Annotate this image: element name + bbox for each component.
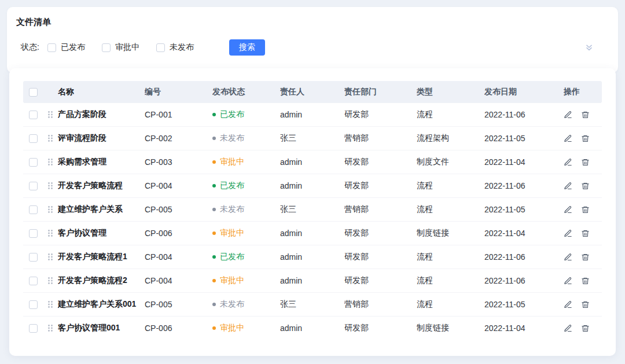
drag-handle-icon[interactable] <box>47 300 54 308</box>
delete-icon[interactable] <box>581 277 590 285</box>
filter-option-label: 审批中 <box>115 42 139 53</box>
status-dot-icon <box>212 208 216 211</box>
drag-handle-icon[interactable] <box>47 205 54 214</box>
drag-handle-icon[interactable] <box>47 111 54 119</box>
owner: admin <box>280 252 344 262</box>
doc-name: 建立维护客户关系 <box>58 204 145 215</box>
row-checkbox[interactable] <box>29 111 38 119</box>
row-checkbox[interactable] <box>29 253 38 262</box>
col-header-type: 类型 <box>417 87 484 97</box>
page-title: 文件清单 <box>16 17 609 28</box>
status-badge: 未发布 <box>212 299 244 310</box>
status-badge: 未发布 <box>212 204 244 215</box>
delete-icon[interactable] <box>581 182 590 190</box>
status-badge: 已发布 <box>212 181 244 191</box>
row-checkbox[interactable] <box>29 300 38 309</box>
status-dot-icon <box>212 303 216 306</box>
delete-icon[interactable] <box>581 253 590 262</box>
delete-icon[interactable] <box>581 205 590 214</box>
delete-icon[interactable] <box>581 134 590 143</box>
filter-card: 文件清单 状态: 已发布 审批中 未发布 搜索 <box>7 7 618 73</box>
edit-icon[interactable] <box>564 324 572 333</box>
table-row: 开发客户策略流程1 CP-004 已发布 admin 研发部 流程 2022-1… <box>23 245 602 269</box>
row-checkbox[interactable] <box>29 182 38 190</box>
owner: admin <box>280 276 344 285</box>
edit-icon[interactable] <box>564 111 572 119</box>
edit-icon[interactable] <box>564 253 572 262</box>
checkbox-icon[interactable] <box>156 43 165 52</box>
col-header-ops: 操作 <box>564 87 602 97</box>
table-row: 开发客户策略流程 CP-004 已发布 admin 研发部 流程 2022-11… <box>23 174 602 198</box>
edit-icon[interactable] <box>564 134 572 143</box>
doc-type: 制度链接 <box>417 228 484 238</box>
edit-icon[interactable] <box>564 158 572 167</box>
owner: admin <box>280 229 344 238</box>
filter-checkbox-approving[interactable]: 审批中 <box>102 42 139 53</box>
checkbox-icon[interactable] <box>47 43 56 52</box>
publish-date: 2022-11-04 <box>484 229 564 238</box>
department: 研发部 <box>344 228 417 238</box>
edit-icon[interactable] <box>564 205 572 214</box>
status-text: 审批中 <box>220 275 244 286</box>
edit-icon[interactable] <box>564 300 572 309</box>
select-all-checkbox[interactable] <box>29 88 38 97</box>
search-button[interactable]: 搜索 <box>229 39 265 56</box>
edit-icon[interactable] <box>564 229 572 238</box>
row-checkbox[interactable] <box>29 158 38 167</box>
owner: 张三 <box>280 299 344 310</box>
table-row: 产品方案阶段 CP-001 已发布 admin 研发部 流程 2022-11-0… <box>23 103 602 127</box>
status-badge: 审批中 <box>212 157 244 167</box>
drag-handle-icon[interactable] <box>47 229 54 237</box>
status-dot-icon <box>212 137 216 140</box>
delete-icon[interactable] <box>581 324 590 333</box>
status-text: 审批中 <box>220 157 244 167</box>
drag-handle-icon[interactable] <box>47 277 54 285</box>
status-text: 审批中 <box>220 323 244 333</box>
status-dot-icon <box>212 160 216 164</box>
delete-icon[interactable] <box>581 111 590 119</box>
row-checkbox[interactable] <box>29 205 38 214</box>
status-dot-icon <box>212 184 216 187</box>
col-header-name: 名称 <box>58 87 145 97</box>
publish-date: 2022-11-06 <box>484 276 564 285</box>
doc-type: 流程 <box>417 299 484 310</box>
delete-icon[interactable] <box>581 158 590 167</box>
filter-option-label: 已发布 <box>61 42 85 53</box>
doc-type: 流程 <box>417 252 484 262</box>
row-checkbox[interactable] <box>29 277 38 285</box>
double-chevron-down-icon[interactable] <box>584 43 594 52</box>
drag-handle-icon[interactable] <box>47 182 54 190</box>
drag-handle-icon[interactable] <box>47 324 54 332</box>
filter-checkbox-unpublished[interactable]: 未发布 <box>156 42 194 53</box>
doc-type: 流程 <box>417 275 484 286</box>
owner: admin <box>280 181 344 190</box>
publish-date: 2022-11-06 <box>484 252 564 262</box>
row-checkbox[interactable] <box>29 324 38 333</box>
status-dot-icon <box>212 255 216 259</box>
col-header-date: 发布日期 <box>484 87 564 97</box>
row-checkbox[interactable] <box>29 229 38 238</box>
table-body: 产品方案阶段 CP-001 已发布 admin 研发部 流程 2022-11-0… <box>23 103 602 340</box>
doc-code: CP-003 <box>145 157 212 167</box>
drag-handle-icon[interactable] <box>47 134 54 142</box>
drag-handle-icon[interactable] <box>47 253 54 261</box>
table-row: 评审流程阶段 CP-002 未发布 张三 营销部 流程架构 2022-11-05 <box>23 127 602 150</box>
doc-type: 制度链接 <box>417 323 484 333</box>
status-text: 未发布 <box>220 133 244 144</box>
doc-code: CP-005 <box>145 300 212 309</box>
edit-icon[interactable] <box>564 277 572 285</box>
department: 研发部 <box>344 181 417 191</box>
doc-code: CP-004 <box>145 181 212 190</box>
delete-icon[interactable] <box>581 300 590 309</box>
checkbox-icon[interactable] <box>102 43 111 52</box>
row-checkbox[interactable] <box>29 134 38 143</box>
col-header-dept: 责任部门 <box>344 87 417 97</box>
table-row: 建立维护客户关系001 CP-005 未发布 张三 营销部 流程 2022-11… <box>23 293 602 317</box>
filter-checkbox-published[interactable]: 已发布 <box>47 42 85 53</box>
status-badge: 已发布 <box>212 109 244 120</box>
publish-date: 2022-11-04 <box>484 157 564 167</box>
drag-handle-icon[interactable] <box>47 158 54 166</box>
status-badge: 未发布 <box>212 133 244 144</box>
edit-icon[interactable] <box>564 182 572 190</box>
delete-icon[interactable] <box>581 229 590 238</box>
